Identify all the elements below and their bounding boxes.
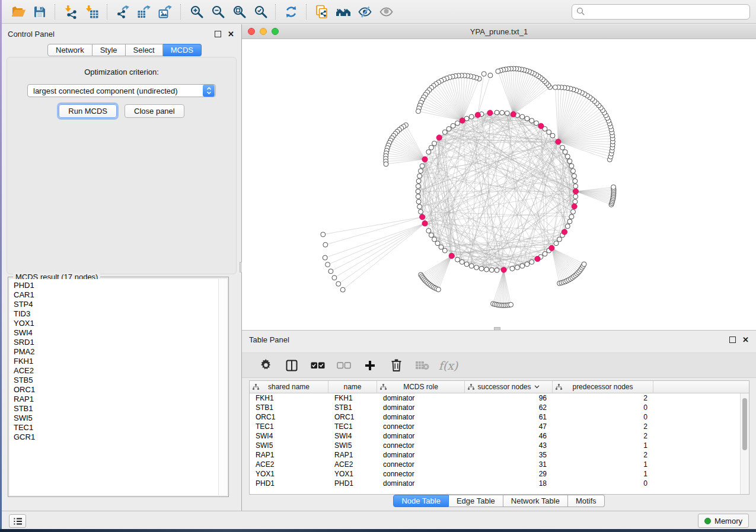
table-cell[interactable]: 43 [465, 441, 553, 450]
table-tab-network-table[interactable]: Network Table [503, 495, 568, 507]
table-cell[interactable]: SWI4 [250, 432, 328, 440]
zoom-fit-button[interactable] [228, 1, 250, 23]
mcds-result-item[interactable]: SWI4 [14, 328, 219, 338]
mcds-result-item[interactable]: SWI5 [14, 414, 219, 423]
save-session-button[interactable] [29, 1, 50, 23]
table-cell[interactable]: FKH1 [250, 394, 328, 402]
table-cell[interactable]: 2 [553, 432, 653, 440]
select-all-columns-button[interactable] [305, 354, 331, 377]
table-row[interactable]: TEC1TEC1connector472 [250, 422, 749, 431]
table-cell[interactable]: dominator [377, 432, 465, 440]
mcds-result-scrollbar[interactable] [218, 279, 227, 495]
table-tab-motifs[interactable]: Motifs [568, 495, 605, 507]
tab-mcds[interactable]: MCDS [163, 44, 202, 56]
mcds-result-item[interactable]: FKH1 [14, 357, 219, 366]
unselect-all-columns-button[interactable] [331, 354, 357, 377]
table-cell[interactable]: connector [377, 441, 465, 450]
zoom-out-button[interactable] [207, 1, 228, 23]
table-scrollbar[interactable] [740, 393, 749, 494]
table-cell[interactable]: 18 [465, 479, 553, 488]
close-table-panel-button[interactable]: ✕ [742, 337, 749, 343]
table-settings-button[interactable] [253, 354, 279, 377]
float-panel-button[interactable] [215, 31, 221, 37]
criterion-select[interactable]: largest connected component (undirected) [27, 84, 216, 97]
table-row[interactable]: SWI5SWI5connector431 [250, 441, 749, 450]
table-cell[interactable]: TEC1 [328, 422, 377, 431]
table-cell[interactable]: SWI4 [328, 432, 377, 440]
table-cell[interactable]: SWI5 [328, 441, 377, 450]
export-network-button[interactable] [112, 1, 133, 23]
new-network-from-selection-button[interactable] [311, 1, 333, 23]
mcds-result-item[interactable]: CAR1 [14, 290, 219, 300]
table-cell[interactable]: dominator [377, 394, 465, 402]
table-cell[interactable]: STB1 [328, 403, 377, 412]
show-graphics-details-button[interactable] [375, 1, 397, 23]
table-cell[interactable]: PHD1 [250, 479, 328, 488]
table-cell[interactable]: 61 [465, 413, 553, 421]
mcds-result-item[interactable]: PHD1 [14, 281, 219, 290]
table-cell[interactable]: 1 [553, 441, 653, 450]
network-canvas[interactable] [242, 39, 756, 330]
table-cell[interactable]: connector [377, 422, 465, 431]
column-header-predecessor-nodes[interactable]: predecessor nodes [553, 381, 653, 393]
table-cell[interactable]: 2 [553, 422, 653, 431]
table-tab-node-table[interactable]: Node Table [393, 495, 449, 507]
table-cell[interactable]: RAP1 [328, 451, 377, 459]
mcds-result-item[interactable]: STB1 [14, 404, 219, 414]
minimize-window-button[interactable] [260, 28, 267, 35]
maximize-window-button[interactable] [272, 28, 279, 35]
tab-style[interactable]: Style [92, 44, 126, 56]
table-cell[interactable]: PHD1 [328, 479, 377, 488]
delete-column-button[interactable] [383, 354, 409, 377]
hide-graphics-details-button[interactable] [354, 1, 375, 23]
table-cell[interactable]: dominator [377, 451, 465, 459]
table-row[interactable]: RAP1RAP1dominator352 [250, 450, 749, 460]
close-window-button[interactable] [248, 28, 255, 35]
run-mcds-button[interactable]: Run MCDS [59, 104, 117, 118]
table-cell[interactable]: 31 [465, 460, 553, 469]
table-cell[interactable]: TEC1 [250, 422, 328, 431]
export-image-button[interactable] [155, 1, 176, 23]
close-panel-button-mcds[interactable]: Close panel [125, 104, 184, 118]
table-cell[interactable]: ORC1 [250, 413, 328, 421]
mcds-result-item[interactable]: TEC1 [14, 423, 219, 432]
apply-layout-button[interactable] [280, 1, 302, 23]
mcds-result-item[interactable]: GCR1 [14, 432, 219, 442]
table-tab-edge-table[interactable]: Edge Table [449, 495, 503, 507]
table-cell[interactable]: 0 [553, 403, 653, 412]
table-cell[interactable]: 35 [465, 451, 553, 459]
zoom-selected-button[interactable] [250, 1, 271, 23]
open-session-button[interactable] [8, 1, 29, 23]
mcds-result-item[interactable]: ACE2 [14, 366, 219, 376]
network-houses-button[interactable] [333, 1, 354, 23]
table-cell[interactable]: 2 [553, 394, 653, 402]
mcds-result-item[interactable]: PMA2 [14, 347, 219, 357]
tab-network[interactable]: Network [47, 44, 92, 56]
table-cell[interactable]: RAP1 [250, 451, 328, 459]
mcds-result-item[interactable]: RAP1 [14, 395, 219, 404]
table-scrollbar-thumb[interactable] [742, 398, 747, 450]
table-row[interactable]: PHD1PHD1dominator180 [250, 479, 749, 488]
network-window-titlebar[interactable]: YPA_prune.txt_1 [242, 24, 756, 39]
mcds-result-item[interactable]: STB5 [14, 376, 219, 385]
table-cell[interactable]: 1 [553, 470, 653, 478]
table-cell[interactable]: 0 [553, 413, 653, 421]
table-cell[interactable]: STB1 [250, 403, 328, 412]
table-cell[interactable]: 29 [465, 470, 553, 478]
search-input[interactable] [588, 7, 745, 17]
create-column-button[interactable] [357, 354, 383, 377]
float-table-panel-button[interactable] [729, 336, 736, 343]
mcds-result-item[interactable]: SRD1 [14, 338, 219, 347]
task-history-button[interactable] [9, 514, 26, 528]
mcds-result-item[interactable]: ORC1 [14, 385, 219, 395]
column-header-name[interactable]: name [328, 381, 377, 393]
close-panel-button[interactable]: ✕ [228, 31, 234, 37]
table-cell[interactable]: 96 [465, 394, 553, 402]
show-columns-button[interactable] [279, 354, 305, 377]
table-cell[interactable]: 2 [553, 451, 653, 459]
mcds-result-item[interactable]: STP4 [14, 300, 219, 309]
table-row[interactable]: ORC1ORC1dominator610 [250, 412, 749, 422]
table-cell[interactable]: dominator [377, 413, 465, 421]
memory-button[interactable]: Memory [698, 514, 749, 528]
mcds-result-item[interactable]: TID3 [14, 309, 219, 319]
